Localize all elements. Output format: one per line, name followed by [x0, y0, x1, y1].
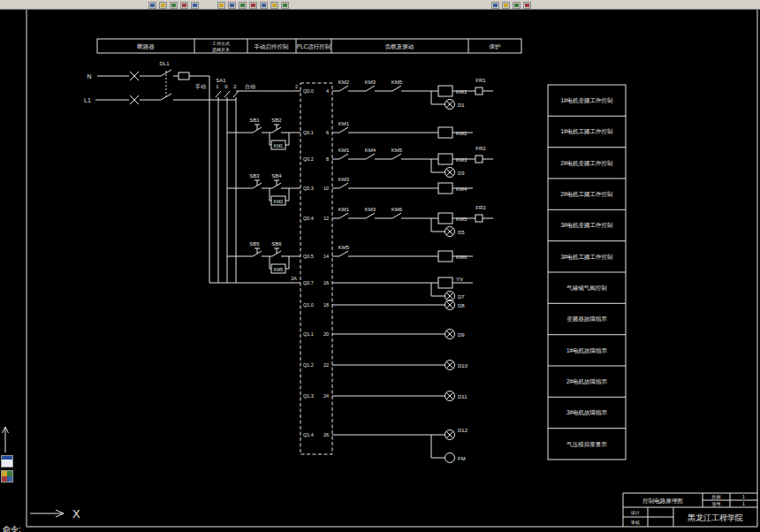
toolbar-icon[interactable] — [270, 2, 278, 9]
function-box-label: 2#电机工频工作控制 — [560, 191, 612, 197]
relay-label: FR3 — [475, 205, 486, 210]
contactor-coil — [438, 213, 452, 224]
sheet-label: 张号 — [712, 501, 721, 507]
plc-row-label: Q0.4 — [303, 216, 314, 221]
selector-pos0-label: 0 — [224, 84, 228, 89]
plc-io-block: 2 2A Q0.0 4 Q0.1 6 Q0.2 8 Q0.3 10 Q0.4 1… — [291, 83, 332, 454]
function-box-label: 3#电机工频工作控制 — [560, 254, 612, 260]
contact-label: KM6 — [391, 207, 403, 212]
power-n-label: N — [87, 73, 91, 80]
scale-label: 比例 — [712, 494, 721, 500]
header-col-manual: 手动启停控制 — [255, 43, 289, 50]
coil-label: KM3 — [456, 157, 467, 163]
pushbutton-group-1: KM1 SB1 SB2 — [227, 118, 300, 149]
toolbar-icon[interactable] — [228, 2, 236, 9]
start-button-label: SB4 — [271, 173, 282, 179]
alarm-label: FM — [458, 456, 466, 461]
plc-row-label: Q0.7 — [303, 280, 314, 285]
lamp-label: D3 — [458, 171, 465, 176]
plc-row-label: Q1.2 — [303, 362, 314, 368]
toolbar-icon[interactable] — [281, 2, 289, 9]
plc-row-term: 24 — [323, 393, 329, 399]
sheet-frame — [27, 9, 757, 527]
coil-label: YV — [456, 277, 463, 282]
function-box-label: 气罐储气阀控制 — [566, 285, 607, 292]
function-box-label: 变频器故障指示 — [566, 315, 607, 323]
toolbar-icon[interactable] — [180, 2, 188, 9]
contactor-coil — [438, 154, 452, 164]
contact-label: KM1 — [338, 207, 350, 212]
audit-label: 审核 — [631, 520, 640, 525]
function-box-label: 气压模拟量显示 — [566, 441, 607, 447]
toolbar-icon[interactable] — [523, 2, 531, 9]
start-button-label: SB2 — [271, 118, 282, 123]
plc-row-term: 16 — [323, 280, 329, 285]
pushbutton-group-3: KM5 SB5 SB6 — [227, 241, 300, 273]
function-box-label: 3#电机变频工作控制 — [560, 222, 612, 229]
toolbar-icon[interactable] — [513, 2, 521, 9]
lamp-label: D1 — [458, 103, 465, 108]
load-row-9: D9 — [332, 330, 465, 339]
toolbar-icon[interactable] — [159, 2, 167, 9]
breaker-dl1-label: DL1 — [159, 61, 170, 66]
load-row-4: KM3 KM4 — [332, 177, 473, 194]
sheet-value: 1 — [742, 501, 745, 506]
toolbar-icon[interactable] — [191, 2, 199, 9]
lamp-label: D12 — [458, 428, 468, 433]
contact-label: KM3 — [365, 207, 376, 212]
load-row-10: D10 — [332, 361, 468, 370]
toolbar-icon[interactable] — [170, 2, 178, 9]
start-button-label: SB6 — [271, 241, 282, 247]
drawing-canvas[interactable]: 断路器 工作方式 选择开关 手动启停控制 PLC运行控制 负载及驱动 保护 N … — [0, 0, 760, 532]
plc-row-label: Q0.2 — [303, 156, 314, 162]
plc-row-term: 26 — [323, 432, 329, 437]
function-label-boxes: 1#电机变频工作控制 1#电机工频工作控制 2#电机变频工作控制 2#电机工频工… — [548, 85, 626, 460]
plc-left-term: 2 — [295, 84, 298, 89]
command-line[interactable]: 命令: — [3, 524, 21, 532]
function-box-label: 3#电机故障指示 — [566, 409, 608, 416]
selector-manual-label: 手动 — [194, 83, 206, 89]
function-box-label: 2#电机故障指示 — [566, 378, 608, 385]
header-col-mode1: 工作方式 — [212, 41, 230, 47]
minimized-window-icon[interactable] — [1, 455, 13, 467]
contactor-coil — [438, 127, 452, 138]
plc-row-term: 4 — [326, 88, 329, 94]
function-box-label: 2#电机变频工作控制 — [560, 160, 612, 167]
coil-label: KM6 — [456, 255, 467, 260]
contact-label: KM5 — [391, 148, 403, 153]
contact-label: KM5 — [338, 245, 350, 250]
toolbar-icon[interactable] — [239, 2, 247, 9]
plc-row-term: 10 — [323, 186, 329, 191]
ucs-x-label: X — [72, 507, 80, 521]
alarm-sounder — [445, 453, 455, 463]
school-name: 黑龙江工程学院 — [688, 513, 743, 522]
load-row-11: D11 — [332, 391, 467, 401]
plc-row-term: 22 — [323, 362, 329, 368]
contact-label: KM3 — [338, 177, 350, 182]
contact-label: KM1 — [338, 148, 350, 153]
toolbar-icon[interactable] — [260, 2, 268, 9]
lamp-label: D8 — [458, 303, 465, 308]
contactor-coil — [438, 86, 452, 96]
toolbar-icon[interactable] — [217, 2, 225, 9]
lamp-label: D10 — [458, 363, 468, 369]
contact-label: KM2 — [338, 80, 350, 85]
hold-contact-label: KM3 — [274, 199, 284, 204]
load-row-6: KM5 KM6 — [332, 245, 473, 262]
signal-header-table: 断路器 工作方式 选择开关 手动启停控制 PLC运行控制 负载及驱动 保护 — [97, 39, 521, 53]
toolbar-icon[interactable] — [491, 2, 499, 9]
plc-row-label: Q0.3 — [303, 186, 314, 191]
toolbar-icon[interactable] — [249, 2, 257, 9]
valve-coil — [438, 277, 452, 288]
header-col-protect: 保护 — [490, 43, 501, 49]
function-box-label: 1#电机变频工作控制 — [560, 97, 612, 104]
contactor-coil — [438, 183, 452, 194]
power-l1-label: L1 — [84, 97, 91, 103]
toolbar-icon[interactable] — [148, 2, 156, 9]
lamp-label: D7 — [458, 294, 465, 300]
scale-value: 1 — [742, 494, 745, 499]
load-row-3: KM1 KM4 KM5 KM3 FR2 D3 — [332, 146, 493, 178]
toolbar-icon[interactable] — [502, 2, 510, 9]
coil-label: KM1 — [456, 89, 467, 95]
palette-icon[interactable] — [1, 470, 13, 483]
